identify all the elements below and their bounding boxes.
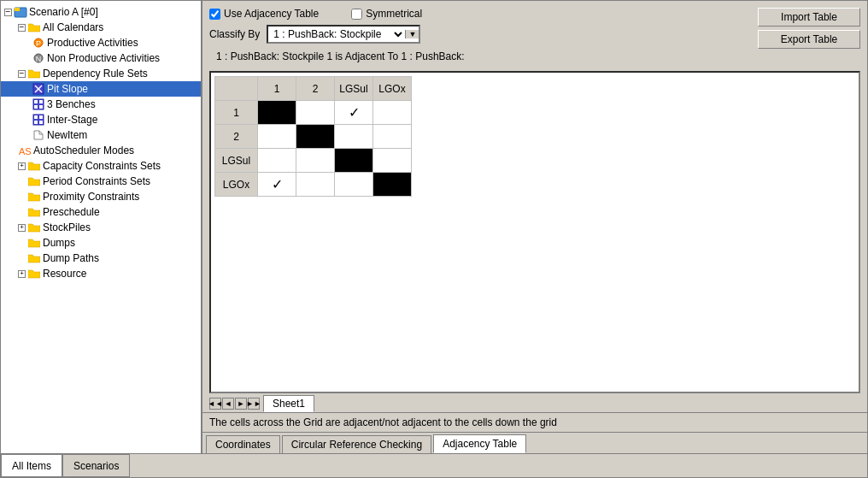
cell-1-lgsul[interactable]: ✓ (335, 101, 373, 125)
capacity-folder-icon (27, 159, 41, 173)
tree-item-period-constraints[interactable]: Period Constraints Sets (1, 174, 201, 189)
col-header-lgsul: LGSul (335, 77, 373, 101)
table-row-lgox: LGOx ✓ (215, 173, 412, 197)
expand-icon-stockpiles[interactable]: + (18, 224, 26, 232)
tab-coordinates[interactable]: Coordinates (206, 435, 280, 453)
collapse-icon-calendars[interactable]: − (18, 24, 26, 32)
tree-item-preschedule[interactable]: Preschedule (1, 204, 201, 220)
new-item-label: NewItem (47, 129, 87, 141)
nav-first-icon[interactable]: ◄◄ (209, 398, 221, 410)
classify-by-select[interactable]: 1 : PushBack: Stockpile 2 : PushBack: St… (268, 27, 405, 42)
tree-item-new-item[interactable]: NewItem (1, 127, 201, 143)
cell-lgox-1[interactable]: ✓ (258, 173, 296, 197)
cell-1-1[interactable] (258, 101, 296, 125)
tree-item-dependency-rule-sets[interactable]: − Dependency Rule Sets (1, 66, 201, 81)
cell-lgsul-lgox[interactable] (373, 149, 412, 173)
export-table-button[interactable]: Export Table (758, 30, 860, 49)
period-constraints-label: Period Constraints Sets (43, 175, 150, 187)
cell-2-lgox[interactable] (373, 125, 412, 149)
cell-lgsul-lgsul[interactable] (335, 149, 373, 173)
cell-lgox-2[interactable] (296, 173, 335, 197)
dependency-rule-sets-label: Dependency Rule Sets (43, 68, 148, 80)
collapse-icon-dep[interactable]: − (18, 70, 26, 78)
autoscheduler-icon: AS (18, 144, 32, 157)
symmetrical-label[interactable]: Symmetrical (351, 8, 422, 20)
use-adjacency-text: Use Adjacency Table (224, 8, 319, 20)
header-row: 1 2 LGSul LGOx (215, 77, 412, 101)
tree-item-resource[interactable]: + Resource (1, 266, 201, 281)
tree-item-3-benches[interactable]: 3 Benches (1, 97, 201, 112)
pit-slope-icon (32, 82, 45, 96)
all-items-tab[interactable]: All Items (1, 454, 62, 477)
tab-circular-reference[interactable]: Circular Reference Checking (282, 435, 431, 453)
dumps-label: Dumps (43, 237, 75, 249)
cell-1-2[interactable] (296, 101, 335, 125)
svg-rect-18 (39, 121, 43, 124)
tree-item-scenario[interactable]: − Scenario A [#0] (1, 4, 201, 20)
classify-by-dropdown[interactable]: 1 : PushBack: Stockpile 2 : PushBack: St… (267, 25, 420, 44)
tree-item-stockpiles[interactable]: + StockPiles (1, 220, 201, 235)
adjacency-row: Use Adjacency Table Symmetrical (209, 8, 751, 20)
period-folder-icon (27, 174, 41, 188)
adjacency-grid: 1 2 LGSul LGOx 1 ✓ (209, 71, 860, 393)
tree-item-inter-stage[interactable]: Inter-Stage (1, 112, 201, 127)
symmetrical-checkbox[interactable] (351, 9, 362, 20)
tree-item-pit-slope[interactable]: Pit Slope (1, 81, 201, 97)
grid-inner: 1 2 LGSul LGOx 1 ✓ (211, 73, 859, 392)
cell-1-lgox[interactable] (373, 101, 412, 125)
all-calendars-label: All Calendars (43, 21, 103, 33)
content-area: − Scenario A [#0] − All Calendars P (1, 1, 867, 453)
nav-next-icon[interactable]: ► (235, 398, 247, 410)
nav-prev-icon[interactable]: ◄ (222, 398, 234, 410)
dropdown-arrow-icon[interactable]: ▼ (405, 30, 419, 38)
nav-last-icon[interactable]: ►► (248, 398, 260, 410)
cell-2-1[interactable] (258, 125, 296, 149)
adjacency-description: 1 : PushBack: Stockpile 1 is Adjacent To… (209, 49, 751, 64)
new-item-icon (32, 128, 45, 142)
expand-icon-capacity[interactable]: + (18, 162, 26, 170)
pit-slope-label: Pit Slope (47, 83, 88, 95)
tree-item-capacity-constraints[interactable]: + Capacity Constraints Sets (1, 158, 201, 174)
scenarios-tab[interactable]: Scenarios (62, 454, 130, 477)
autoscheduler-label: AutoScheduler Modes (33, 145, 134, 156)
corner-cell (215, 77, 258, 101)
cell-lgox-lgsul[interactable] (335, 173, 373, 197)
cell-lgsul-1[interactable] (258, 149, 296, 173)
use-adjacency-checkbox[interactable] (209, 9, 220, 20)
svg-text:AS: AS (19, 146, 31, 156)
row-header-1: 1 (215, 101, 258, 125)
tree-item-non-productive[interactable]: N Non Productive Activities (1, 50, 201, 66)
svg-text:P: P (36, 39, 41, 48)
svg-rect-1 (15, 8, 20, 11)
preschedule-folder-icon (27, 205, 41, 219)
row-header-2: 2 (215, 125, 258, 149)
col-header-2: 2 (296, 77, 335, 101)
classify-row: Classify By 1 : PushBack: Stockpile 2 : … (209, 25, 751, 44)
tree-item-productive-activities[interactable]: P Productive Activities (1, 35, 201, 50)
tab-adjacency-table[interactable]: Adjacency Table (433, 434, 526, 453)
tree-item-dumps[interactable]: Dumps (1, 235, 201, 251)
tree-item-all-calendars[interactable]: − All Calendars (1, 20, 201, 35)
use-adjacency-label[interactable]: Use Adjacency Table (209, 8, 319, 20)
cell-2-2[interactable] (296, 125, 335, 149)
tree-item-autoscheduler[interactable]: AS AutoScheduler Modes (1, 143, 201, 158)
expand-icon-resource[interactable]: + (18, 270, 26, 278)
import-table-button[interactable]: Import Table (758, 8, 860, 27)
right-panel: Use Adjacency Table Symmetrical Classify… (202, 1, 867, 453)
tree-item-proximity[interactable]: Proximity Constraints (1, 189, 201, 204)
svg-rect-16 (39, 115, 43, 119)
table-row-1: 1 ✓ (215, 101, 412, 125)
classify-by-label: Classify By (209, 28, 260, 40)
stockpiles-label: StockPiles (43, 221, 91, 233)
proximity-label: Proximity Constraints (43, 191, 139, 203)
sheet-tab-1[interactable]: Sheet1 (263, 395, 314, 412)
cell-lgsul-2[interactable] (296, 149, 335, 173)
tree-item-dump-paths[interactable]: Dump Paths (1, 251, 201, 266)
svg-rect-17 (34, 121, 38, 124)
cell-lgox-lgox[interactable] (373, 173, 412, 197)
collapse-icon[interactable]: − (4, 9, 12, 16)
folder-icon-calendars (27, 21, 41, 34)
cell-2-lgsul[interactable] (335, 125, 373, 149)
non-productive-icon: N (32, 51, 45, 65)
bottom-tabs-bar: Coordinates Circular Reference Checking … (202, 432, 867, 453)
